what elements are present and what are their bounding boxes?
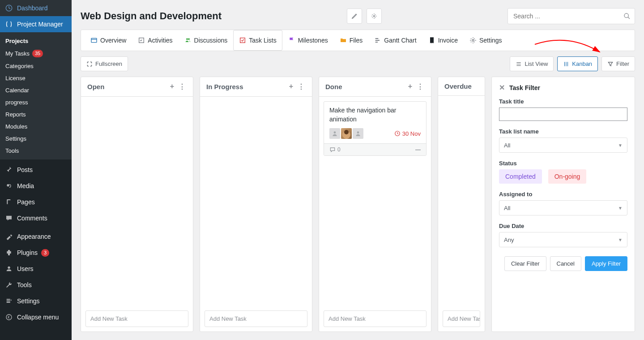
add-task-button[interactable]: Add New Task: [443, 310, 480, 327]
task-list-select[interactable]: All▼: [499, 138, 627, 153]
edit-project-button[interactable]: [347, 9, 362, 24]
tab-milestones[interactable]: Milestones: [282, 30, 334, 51]
status-label: Status: [499, 160, 627, 167]
tab-files[interactable]: Files: [334, 30, 369, 51]
column-body: [200, 97, 312, 306]
sidebar-sub-reports[interactable]: Reports: [0, 108, 72, 121]
project-manager-icon: [4, 20, 13, 29]
sidebar-sub-progress[interactable]: progress: [0, 96, 72, 108]
kanban-view-button[interactable]: Kanban: [557, 56, 598, 71]
pages-icon: [4, 198, 13, 207]
cancel-button[interactable]: Cancel: [550, 256, 581, 271]
collapse-card-icon[interactable]: —: [415, 146, 421, 153]
sidebar-item-settings[interactable]: Settings: [0, 293, 72, 309]
gantt-icon: [374, 37, 381, 44]
gear-icon: [469, 37, 477, 44]
panel-header: ✕ Task Filter: [499, 83, 627, 92]
column-header: Open +⋮: [81, 77, 193, 97]
activities-icon: [138, 37, 145, 44]
tab-settings[interactable]: Settings: [464, 30, 508, 51]
add-task-button[interactable]: Add New Task: [85, 310, 188, 327]
close-icon[interactable]: ✕: [499, 83, 505, 92]
svg-rect-12: [240, 38, 245, 43]
task-title-input[interactable]: [499, 108, 627, 121]
svg-rect-8: [91, 38, 97, 42]
tab-discussions[interactable]: Discussions: [179, 30, 234, 51]
sidebar-submenu: Projects My Tasks 35 Categories License …: [0, 32, 72, 159]
add-task-button[interactable]: Add New Task: [324, 310, 426, 327]
chevron-down-icon: ▼: [618, 237, 623, 242]
sidebar-item-project-manager[interactable]: Project Manager: [0, 16, 72, 32]
sidebar-sub-categories[interactable]: Categories: [0, 60, 72, 72]
column-menu-icon[interactable]: ⋮: [178, 82, 187, 91]
sidebar-sub-settings[interactable]: Settings: [0, 133, 72, 145]
sidebar-item-appearance[interactable]: Appearance: [0, 228, 72, 245]
sidebar-item-label: Collapse menu: [17, 314, 59, 321]
tab-activities[interactable]: Activities: [132, 30, 178, 51]
filter-button[interactable]: Filter: [601, 56, 635, 71]
tab-overview[interactable]: Overview: [85, 30, 132, 51]
column-header: Done +⋮: [319, 77, 431, 97]
column-body: [81, 97, 193, 306]
column-menu-icon[interactable]: ⋮: [297, 82, 306, 91]
comment-count: 0: [337, 146, 341, 153]
svg-point-1: [7, 184, 9, 186]
sidebar-sub-calendar[interactable]: Calendar: [0, 84, 72, 96]
status-chip-completed[interactable]: Completed: [499, 169, 542, 184]
add-card-icon[interactable]: +: [169, 82, 175, 91]
sidebar-item-plugins[interactable]: Plugins 3: [0, 245, 72, 261]
assigned-select[interactable]: All▼: [499, 200, 627, 215]
clear-filter-button[interactable]: Clear Filter: [504, 256, 546, 271]
main-content: Web Design and Development Overview Acti…: [72, 0, 644, 340]
search-input[interactable]: [508, 8, 635, 24]
list-view-button[interactable]: List View: [510, 56, 554, 71]
tools-icon: [4, 280, 13, 289]
sidebar-item-posts[interactable]: Posts: [0, 162, 72, 178]
sidebar-item-dashboard[interactable]: Dashboard: [0, 0, 72, 16]
assigned-label: Assigned to: [499, 191, 627, 198]
appearance-icon: [4, 232, 13, 241]
plugins-icon: [4, 248, 13, 257]
due-date-label: Due Date: [499, 223, 627, 229]
kanban-board: Open +⋮ Add New Task In Progress +⋮ Add …: [81, 77, 635, 332]
comment-icon: [329, 146, 336, 153]
project-settings-button[interactable]: [367, 9, 382, 24]
column-header: Overdue: [438, 77, 485, 96]
due-date-select[interactable]: Any▼: [499, 232, 627, 247]
sidebar-item-pages[interactable]: Pages: [0, 194, 72, 210]
tab-gantt[interactable]: Gantt Chart: [368, 30, 422, 51]
sidebar-sub-my-tasks[interactable]: My Tasks 35: [0, 47, 72, 60]
fullscreen-button[interactable]: Fullscreen: [81, 56, 128, 71]
project-tabs: Overview Activities Discussions Task Lis…: [81, 30, 635, 51]
sidebar-sub-license[interactable]: License: [0, 72, 72, 84]
tab-task-lists[interactable]: Task Lists: [233, 30, 282, 51]
sidebar-item-label: Settings: [17, 297, 40, 305]
apply-filter-button[interactable]: Apply Filter: [585, 256, 627, 271]
column-body: Make the navigation bar animation 30 Nov: [319, 97, 431, 306]
settings-icon: [4, 297, 13, 306]
users-icon: [4, 264, 13, 273]
add-card-icon[interactable]: +: [288, 82, 294, 91]
milestones-icon: [288, 37, 295, 44]
kanban-column-done: Done +⋮ Make the navigation bar animatio…: [319, 77, 431, 332]
svg-point-10: [186, 38, 188, 40]
tab-invoice[interactable]: Invoice: [422, 30, 464, 51]
sidebar-sub-tools[interactable]: Tools: [0, 145, 72, 157]
column-menu-icon[interactable]: ⋮: [416, 82, 425, 91]
sidebar-item-users[interactable]: Users: [0, 261, 72, 277]
svg-point-14: [334, 132, 336, 134]
pencil-icon: [351, 13, 358, 19]
status-chip-ongoing[interactable]: On-going: [548, 169, 587, 184]
sidebar-sub-modules[interactable]: Modules: [0, 121, 72, 133]
sidebar-item-media[interactable]: Media: [0, 178, 72, 194]
add-task-button[interactable]: Add New Task: [205, 310, 307, 327]
add-card-icon[interactable]: +: [407, 82, 413, 91]
sidebar-item-comments[interactable]: Comments: [0, 210, 72, 226]
sidebar-item-label: Tools: [17, 281, 32, 288]
svg-point-4: [8, 267, 10, 269]
sidebar-sub-projects[interactable]: Projects: [0, 35, 72, 47]
sidebar-item-tools[interactable]: Tools: [0, 277, 72, 293]
task-card[interactable]: Make the navigation bar animation 30 Nov: [324, 101, 426, 156]
search-icon: [623, 13, 631, 20]
sidebar-item-collapse[interactable]: Collapse menu: [0, 309, 72, 325]
